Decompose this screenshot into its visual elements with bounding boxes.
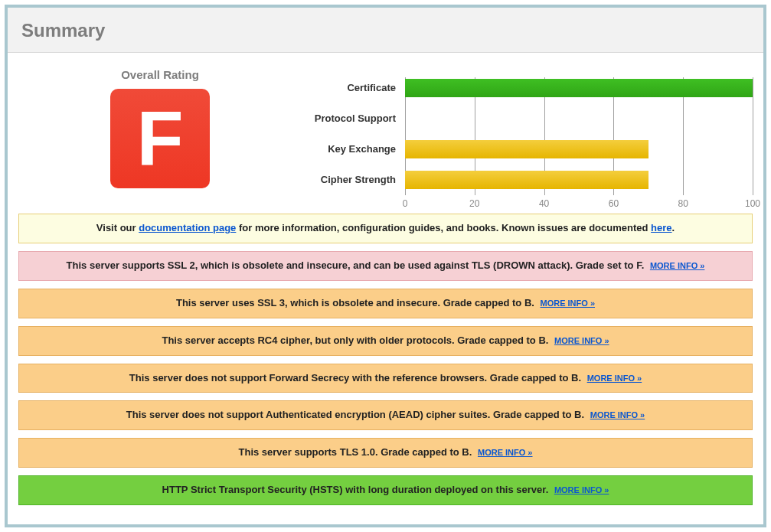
issue-banner-text: This server accepts RC4 cipher, but only… [162,335,551,346]
chart-bars [405,73,753,195]
issue-banner: This server supports TLS 1.0. Grade capp… [18,438,753,468]
chart-tick: 60 [609,198,619,209]
chart-gridline [753,77,753,195]
more-info-link[interactable]: MORE INFO » [554,336,609,345]
issue-banner: This server accepts RC4 cipher, but only… [18,326,753,356]
chart-bar-row [405,165,753,195]
banner-list: Visit our documentation page for more in… [18,214,753,505]
chart-tick: 20 [469,198,479,209]
panel-header: Summary [8,8,763,53]
more-info-link[interactable]: MORE INFO » [478,448,533,457]
score-chart: CertificateProtocol SupportKey ExchangeC… [302,73,753,195]
issue-banner-text: This server does not support Forward Sec… [129,372,584,383]
grade-badge: F [110,89,210,188]
chart-plot-area: 020406080100 [405,73,753,195]
more-info-link[interactable]: MORE INFO » [650,261,705,270]
issue-banner-text: This server supports TLS 1.0. Grade capp… [239,446,475,458]
chart-tick: 0 [403,198,408,209]
issue-banner: This server uses SSL 3, which is obsolet… [18,289,753,318]
issue-banner: This server supports SSL 2, which is obs… [18,251,753,281]
chart-label: Certificate [302,73,396,103]
known-issues-link[interactable]: here [651,222,671,233]
issue-banner: This server does not support Forward Sec… [18,364,753,393]
chart-bar-row [405,73,753,103]
chart-category-labels: CertificateProtocol SupportKey ExchangeC… [302,73,405,195]
documentation-link[interactable]: documentation page [139,222,236,233]
top-row: Overall Rating F CertificateProtocol Sup… [18,68,753,195]
chart-tick-labels: 020406080100 [405,198,753,212]
issue-banner-text: This server supports SSL 2, which is obs… [67,259,647,271]
more-info-link[interactable]: MORE INFO » [554,485,609,494]
rating-column: Overall Rating F [18,68,302,188]
chart-label: Cipher Strength [302,165,396,195]
issue-banner-text: HTTP Strict Transport Security (HSTS) wi… [162,484,551,495]
panel-body: Overall Rating F CertificateProtocol Sup… [8,53,763,524]
chart-tick: 100 [745,198,760,209]
issue-banner-text: This server does not support Authenticat… [126,409,587,420]
chart-tick: 80 [678,198,688,209]
more-info-link[interactable]: MORE INFO » [587,374,642,383]
issue-banner: HTTP Strict Transport Security (HSTS) wi… [18,475,753,505]
docs-banner: Visit our documentation page for more in… [18,214,753,243]
chart-tick: 40 [539,198,549,209]
issue-banner: This server does not support Authenticat… [18,400,753,430]
chart-bar [405,140,648,158]
docs-banner-middle: for more information, configuration guid… [236,222,651,233]
more-info-link[interactable]: MORE INFO » [590,410,645,419]
panel-title: Summary [21,20,750,41]
chart-label: Key Exchange [302,134,396,165]
chart-label: Protocol Support [302,103,396,134]
chart-bar [405,79,753,97]
chart-bar [405,171,648,189]
more-info-link[interactable]: MORE INFO » [541,299,596,308]
docs-banner-suffix: . [672,222,675,233]
issue-banner-text: This server uses SSL 3, which is obsolet… [176,297,537,308]
rating-label: Overall Rating [18,68,302,81]
chart-bar-row [405,103,753,134]
summary-panel: Summary Overall Rating F CertificateProt… [5,5,766,527]
docs-banner-prefix: Visit our [96,222,139,233]
chart-column: CertificateProtocol SupportKey ExchangeC… [302,68,753,195]
chart-bar-row [405,134,753,165]
